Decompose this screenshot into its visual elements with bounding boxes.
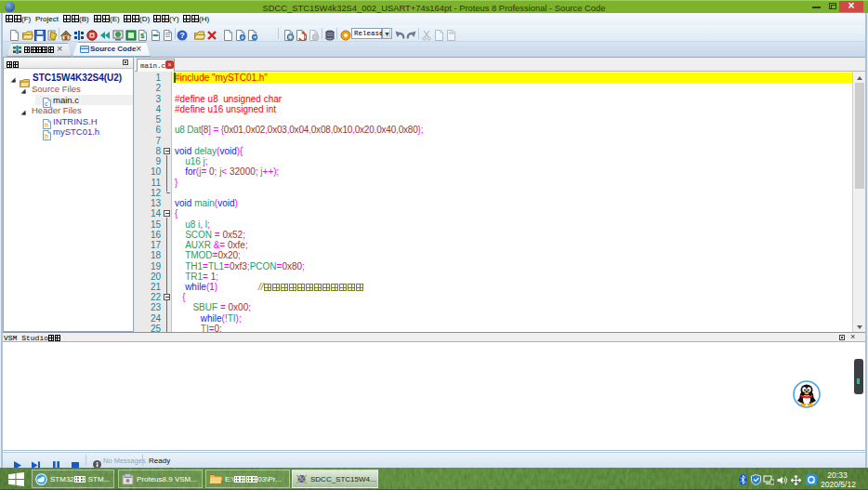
svg-text:$: $ (140, 32, 145, 40)
svg-text:h: h (45, 133, 48, 139)
svg-text:?: ? (180, 31, 185, 40)
